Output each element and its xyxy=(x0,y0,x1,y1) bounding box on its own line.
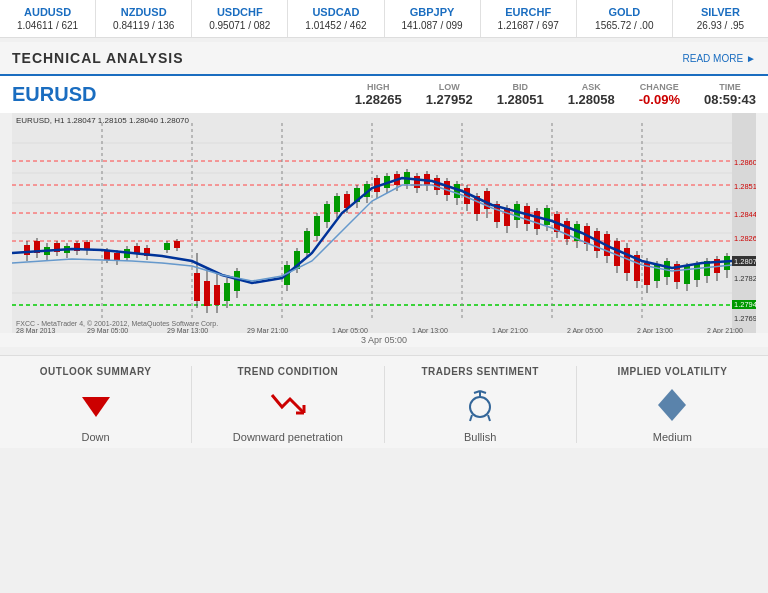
section-title: TECHNICAL ANALYSIS xyxy=(12,50,184,66)
svg-text:2 Apr 13:00: 2 Apr 13:00 xyxy=(637,327,673,333)
ticker-item-gold[interactable]: GOLD1565.72 / .00 xyxy=(577,0,673,37)
ticker-item-nzdusd[interactable]: NZDUSD0.84119 / 136 xyxy=(96,0,192,37)
ticker-item-silver[interactable]: SILVER26.93 / .95 xyxy=(673,0,768,37)
section-header: TECHNICAL ANALYSIS READ MORE ► xyxy=(0,42,768,76)
svg-rect-52 xyxy=(214,285,220,305)
ticker-item-audusd[interactable]: AUDUSD1.04611 / 621 xyxy=(0,0,96,37)
svg-rect-140 xyxy=(694,264,700,280)
ticker-bar: AUDUSD1.04611 / 621NZDUSD0.84119 / 136US… xyxy=(0,0,768,38)
svg-text:1.28443: 1.28443 xyxy=(734,210,756,219)
stat-time: TIME 08:59:43 xyxy=(704,82,756,107)
svg-rect-146 xyxy=(724,256,730,270)
svg-line-178 xyxy=(470,415,472,421)
outlook-item-traders-sentiment: TRADERS SENTIMENT Bullish xyxy=(384,366,576,443)
svg-rect-0 xyxy=(12,113,756,333)
svg-text:1.27945: 1.27945 xyxy=(734,300,756,309)
stat-change: CHANGE -0.09% xyxy=(639,82,680,107)
stat-high: HIGH 1.28265 xyxy=(355,82,402,107)
stat-bid: BID 1.28051 xyxy=(497,82,544,107)
ticker-item-eurchf[interactable]: EURCHF1.21687 / 697 xyxy=(481,0,577,37)
svg-text:1.28268: 1.28268 xyxy=(734,234,756,243)
svg-text:1 Apr 13:00: 1 Apr 13:00 xyxy=(412,327,448,333)
stat-ask: ASK 1.28058 xyxy=(568,82,615,107)
ticker-item-usdcad[interactable]: USDCAD1.01452 / 462 xyxy=(288,0,384,37)
svg-rect-84 xyxy=(414,176,420,188)
svg-text:1 Apr 05:00: 1 Apr 05:00 xyxy=(332,327,368,333)
outlook-item-implied-volatility: IMPLIED VOLATILITY Medium xyxy=(576,366,768,443)
stat-low: LOW 1.27952 xyxy=(426,82,473,107)
svg-text:28 Mar 2013: 28 Mar 2013 xyxy=(16,327,55,333)
svg-rect-44 xyxy=(164,243,170,250)
svg-text:1.27825: 1.27825 xyxy=(734,274,756,283)
read-more-link[interactable]: READ MORE ► xyxy=(683,53,756,64)
trend-down-icon xyxy=(268,385,308,425)
svg-rect-50 xyxy=(204,281,210,306)
stat-group: HIGH 1.28265 LOW 1.27952 BID 1.28051 ASK… xyxy=(122,82,756,107)
svg-rect-54 xyxy=(224,283,230,301)
diamond-icon xyxy=(652,385,692,425)
bull-icon xyxy=(460,385,500,425)
ticker-item-usdchf[interactable]: USDCHF0.95071 / 082 xyxy=(192,0,288,37)
svg-text:1.28609: 1.28609 xyxy=(734,158,756,167)
ticker-item-gbpjpy[interactable]: GBPJPY141.087 / 099 xyxy=(385,0,481,37)
svg-text:1.28515: 1.28515 xyxy=(734,182,756,191)
outlook-item-outlook-summary: OUTLOOK SUMMARY Down xyxy=(0,366,191,443)
outlook-section: OUTLOOK SUMMARY Down TREND CONDITION Dow… xyxy=(0,355,768,448)
svg-text:1.27690: 1.27690 xyxy=(734,314,756,323)
svg-text:EURUSD, H1  1.28047  1.28105  : EURUSD, H1 1.28047 1.28105 1.28040 1.280… xyxy=(16,116,190,125)
svg-line-179 xyxy=(488,415,490,421)
svg-rect-34 xyxy=(104,251,110,260)
svg-rect-66 xyxy=(324,204,330,222)
outlook-item-trend-condition: TREND CONDITION Downward penetration xyxy=(191,366,383,443)
svg-rect-68 xyxy=(334,196,340,212)
svg-text:2 Apr 05:00: 2 Apr 05:00 xyxy=(567,327,603,333)
svg-rect-20 xyxy=(24,245,30,255)
chart-container: 1.28609 1.28515 1.28443 1.28268 1.28100 … xyxy=(12,113,756,333)
svg-rect-114 xyxy=(564,221,570,239)
chart-date-row: 3 Apr 05:00 xyxy=(0,333,768,347)
chart-svg: 1.28609 1.28515 1.28443 1.28268 1.28100 … xyxy=(12,113,756,333)
svg-point-174 xyxy=(470,397,490,417)
down-arrow-icon xyxy=(76,385,116,425)
svg-rect-56 xyxy=(234,271,240,291)
svg-text:29 Mar 21:00: 29 Mar 21:00 xyxy=(247,327,288,333)
svg-rect-46 xyxy=(174,241,180,248)
svg-text:2 Apr 21:00: 2 Apr 21:00 xyxy=(707,327,743,333)
svg-text:1 Apr 21:00: 1 Apr 21:00 xyxy=(492,327,528,333)
svg-text:1.28070: 1.28070 xyxy=(734,257,756,266)
svg-marker-180 xyxy=(658,389,686,421)
svg-rect-48 xyxy=(194,273,200,301)
instrument-header: EURUSD HIGH 1.28265 LOW 1.27952 BID 1.28… xyxy=(0,76,768,113)
instrument-name: EURUSD xyxy=(12,83,102,106)
svg-text:29 Mar 13:00: 29 Mar 13:00 xyxy=(167,327,208,333)
svg-rect-110 xyxy=(544,208,550,225)
svg-rect-62 xyxy=(304,231,310,253)
svg-marker-171 xyxy=(82,397,110,417)
svg-rect-64 xyxy=(314,216,320,236)
svg-text:29 Mar 05:00: 29 Mar 05:00 xyxy=(87,327,128,333)
svg-rect-108 xyxy=(534,211,540,229)
